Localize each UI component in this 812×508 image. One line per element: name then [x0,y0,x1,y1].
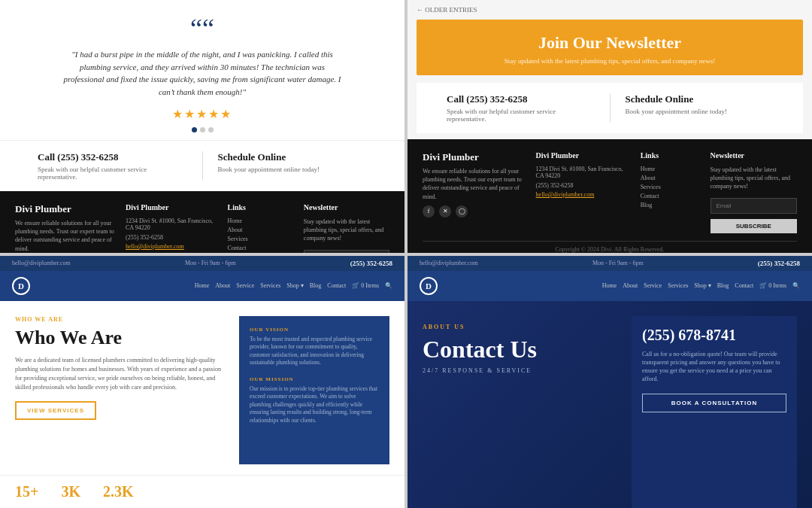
cta-phone-2[interactable]: Call (255) 352-6258 Speak with our helpf… [432,93,610,123]
cta-phone[interactable]: Call (255) 352-6258 Speak with our helpf… [23,151,202,181]
footer-link-contact[interactable]: Contact [228,245,296,251]
topbar-phone: (255) 352-6258 [350,260,392,267]
footer2-email[interactable]: hello@diviplumber.com [536,191,632,198]
panel-contact: hello@diviplumber.com Mon - Fri 9am - 6p… [408,256,812,509]
service-tag: 24/7 RESPONSE & SERVICE [423,367,620,374]
carousel-dots [192,127,214,132]
nav4-service[interactable]: Service [644,282,662,289]
vision-text: To be the most trusted and respected plu… [250,336,379,367]
topbar4-phone: (255) 352-6258 [758,260,800,267]
contact-left: ABOUT US Contact Us 24/7 RESPONSE & SERV… [423,316,620,509]
footer-brand-col: Divi Plumber We ensure reliable solution… [15,203,118,253]
stat-projects: 2.3K [103,483,134,500]
footer-link-home[interactable]: Home [228,217,296,224]
cta-schedule-label: Schedule Online [218,151,368,163]
footer-brand-name: Divi Plumber [15,203,118,215]
footer2-link-about[interactable]: About [641,175,701,181]
instagram-icon-2[interactable]: ◯ [456,205,468,217]
nav-blog[interactable]: Blog [310,282,322,289]
footer2-link-home[interactable]: Home [641,166,701,172]
footer-phone-2: (255) 352-6258 [126,234,220,241]
footer-links-col: Links Home About Services Contact Blog [228,203,296,253]
testimonial-text: "I had a burst pipe in the middle of the… [59,48,345,98]
footer-link-services[interactable]: Services [228,236,296,242]
nav-home[interactable]: Home [195,282,210,289]
newsletter-email-input-2[interactable] [710,198,798,214]
who-title: Who We Are [15,327,227,349]
footer2-brand-col: Divi Plumber We ensure reliable solution… [423,151,527,233]
twitter-icon-2[interactable]: ✕ [439,205,451,217]
footer2-links-title: Links [641,151,701,160]
topbar4-email: hello@diviplumber.com [420,260,478,266]
contact-desc: Call us for a no-obligation quote! Our t… [642,350,786,384]
footer-links-title: Links [228,203,296,211]
view-services-button[interactable]: VIEW SERVICES [15,401,96,420]
dot-1[interactable] [192,127,197,132]
contact-title: Contact Us [423,336,620,363]
facebook-icon-2[interactable]: f [423,205,435,217]
footer-2: Divi Plumber We ensure reliable solution… [408,139,812,253]
footer-newsletter-col: Newsletter Stay updated with the latest … [304,203,389,253]
footer2-brand-name: Divi Plumber [423,151,527,163]
cta-schedule-sub-2: Book your appointment online today! [626,108,774,115]
nav-search-icon[interactable]: 🔍 [385,282,392,289]
newsletter-email-input[interactable] [304,250,389,253]
nav-cart[interactable]: 🛒 0 Items [352,282,379,289]
nav-logo[interactable]: D [12,277,30,295]
navbar-4: D Home About Service Services Shop ▾ Blo… [408,271,812,301]
nav4-cart[interactable]: 🛒 0 Items [759,282,786,289]
nav4-about[interactable]: About [623,282,638,289]
nav-links: Home About Service Services Shop ▾ Blog … [195,282,392,289]
footer2-links-col: Links Home About Services Contact Blog [641,151,701,233]
older-entries[interactable]: ← OLDER ENTRIES [408,0,812,20]
nav4-blog[interactable]: Blog [717,282,729,289]
subscribe-button-2[interactable]: SUBSCRIBE [710,219,798,233]
cta-phone-label: Call (255) 352-6258 [38,151,187,163]
footer-newsletter-sub: Stay updated with the latest plumbing ti… [304,217,389,243]
dot-2[interactable] [200,127,205,132]
stats-bar: 15+ 3K 2.3K [0,475,404,508]
nav-links-4: Home About Service Services Shop ▾ Blog … [602,282,800,289]
nav-about[interactable]: About [215,282,230,289]
nav-service[interactable]: Service [236,282,254,289]
contact-phone[interactable]: (255) 678-8741 [642,327,786,344]
nav-shop[interactable]: Shop ▾ [286,282,303,289]
nav4-services[interactable]: Services [668,282,688,289]
about-us-tag: ABOUT US [423,324,620,330]
footer: Divi Plumber We ensure reliable solution… [0,191,404,253]
topbar-4: hello@diviplumber.com Mon - Fri 9am - 6p… [408,256,812,271]
mission-tag: OUR MISSION [250,376,379,382]
nav4-shop[interactable]: Shop ▾ [694,282,710,289]
cta-schedule-label-2: Schedule Online [626,93,774,105]
testimonial-section: ““ "I had a burst pipe in the middle of … [0,0,404,140]
topbar: hello@diviplumber.com Mon - Fri 9am - 6p… [0,256,404,271]
cta-schedule-sub: Book your appointment online today! [218,166,368,173]
footer2-brand-desc: We ensure reliable solutions for all you… [423,167,527,201]
footer2-link-services[interactable]: Services [641,184,701,190]
nav4-home[interactable]: Home [602,282,617,289]
dot-3[interactable] [208,127,214,132]
footer2-link-contact[interactable]: Contact [641,193,701,199]
footer-link-about[interactable]: About [228,227,296,233]
nav-logo-4[interactable]: D [420,277,438,295]
star-rating: ★★★★★ [172,107,232,121]
footer2-link-blog[interactable]: Blog [641,202,701,208]
quote-icon: ““ [190,15,214,42]
footer2-newsletter-sub: Stay updated with the latest plumbing ti… [710,166,798,191]
cta-phone-sub: Speak with our helpful customer service … [38,166,187,181]
nav4-search-icon[interactable]: 🔍 [792,282,800,289]
footer2-address-title: Divi Plumber [536,151,632,160]
cta-phone-label-2: Call (255) 352-6258 [447,93,595,105]
stat-years: 15+ [15,483,38,500]
nav-services[interactable]: Services [260,282,280,289]
footer2-address-col: Divi Plumber 1234 Divi St. #1000, San Fr… [536,151,632,233]
cta-schedule[interactable]: Schedule Online Book your appointment on… [202,151,383,181]
cta-schedule-2[interactable]: Schedule Online Book your appointment on… [610,93,789,123]
nav4-contact[interactable]: Contact [735,282,753,289]
nav-contact[interactable]: Contact [327,282,346,289]
panel-testimonial-footer: ““ "I had a burst pipe in the middle of … [0,0,404,253]
footer2-newsletter-title: Newsletter [710,151,798,160]
mission-text: Our mission is to provide top-tier plumb… [250,385,379,425]
footer-email-2[interactable]: hello@diviplumber.com [126,243,220,250]
book-consultation-button[interactable]: BOOK A CONSULTATION [642,394,786,412]
